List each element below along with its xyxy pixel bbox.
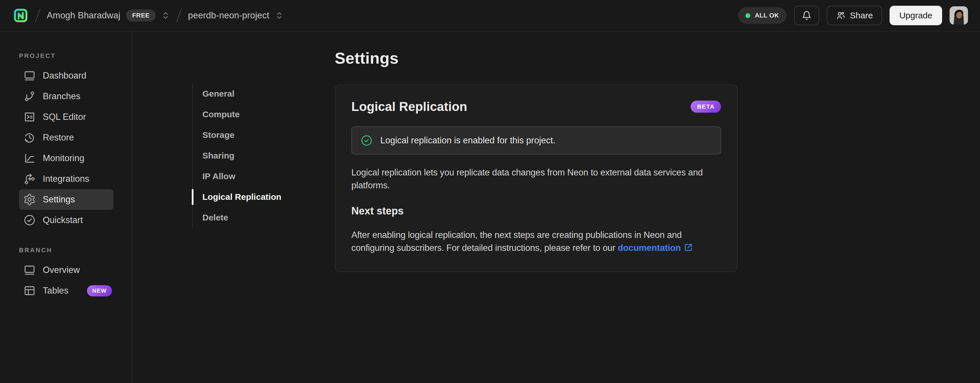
status-label: ALL OK: [755, 12, 779, 19]
status-badge[interactable]: ALL OK: [738, 7, 786, 24]
history-icon: [23, 131, 36, 144]
top-bar: Amogh Bharadwaj FREE peerdb-neon-project…: [0, 0, 980, 32]
sidebar-item-label: Settings: [43, 195, 75, 205]
subnav-item-general[interactable]: General: [193, 84, 301, 104]
notifications-button[interactable]: [794, 6, 819, 25]
git-branch-icon: [23, 90, 36, 103]
sidebar-item-label: Quickstart: [43, 215, 83, 225]
sidebar-item-monitoring[interactable]: Monitoring: [19, 148, 113, 169]
breadcrumb-divider: [176, 8, 182, 23]
sidebar-item-overview[interactable]: Overview: [19, 260, 113, 280]
route-icon: [23, 173, 36, 185]
table-icon: [23, 284, 36, 297]
status-dot-icon: [746, 13, 750, 18]
sidebar-item-label: Restore: [43, 133, 74, 143]
app-shell: PROJECT Dashboard Branches SQL Editor Re…: [0, 32, 980, 383]
check-circle-icon: [23, 214, 36, 226]
external-link-icon: [684, 243, 693, 252]
beta-badge: BETA: [690, 101, 721, 113]
main-content: General Compute Storage Sharing IP Allow…: [132, 32, 980, 383]
org-name: Amogh Bharadwaj: [47, 10, 120, 21]
breadcrumb-divider: [35, 8, 41, 23]
neon-logo-icon[interactable]: [13, 8, 29, 24]
project-switcher-button[interactable]: [275, 11, 283, 20]
share-label: Share: [850, 11, 873, 21]
subnav-item-compute[interactable]: Compute: [193, 104, 301, 125]
success-banner: Logical replication is enabled for this …: [352, 127, 721, 155]
plan-badge: FREE: [126, 9, 156, 22]
sidebar-section-project: PROJECT: [19, 52, 132, 60]
sidebar-item-settings[interactable]: Settings: [19, 189, 113, 210]
documentation-link[interactable]: documentation: [618, 243, 681, 253]
banner-text: Logical replication is enabled for this …: [380, 135, 555, 146]
breadcrumb-project: peerdb-neon-project: [188, 10, 283, 21]
chart-icon: [23, 152, 36, 165]
page-title: Settings: [335, 49, 738, 67]
description-text: Logical replication lets you replicate d…: [352, 166, 719, 192]
sidebar-section-branch: BRANCH: [19, 247, 132, 254]
sidebar-item-restore[interactable]: Restore: [19, 127, 113, 148]
new-badge: NEW: [87, 285, 112, 296]
sidebar-item-label: Monitoring: [43, 153, 84, 163]
sidebar: PROJECT Dashboard Branches SQL Editor Re…: [0, 32, 132, 383]
settings-panel: Settings Logical Replication BETA Logica…: [335, 49, 738, 272]
next-steps-text: After enabling logical replication, the …: [352, 228, 719, 254]
sidebar-item-integrations[interactable]: Integrations: [19, 169, 113, 189]
subnav-item-delete[interactable]: Delete: [193, 207, 301, 228]
logical-replication-card: Logical Replication BETA Logical replica…: [335, 85, 738, 272]
terminal-icon: [23, 111, 36, 123]
dashboard-icon: [23, 70, 36, 82]
sidebar-item-label: Tables: [43, 285, 68, 296]
org-switcher-button[interactable]: [161, 11, 170, 20]
breadcrumb-org: Amogh Bharadwaj FREE: [47, 9, 170, 22]
avatar[interactable]: [950, 6, 968, 25]
bell-icon: [802, 11, 811, 21]
upgrade-button[interactable]: Upgrade: [889, 6, 942, 25]
settings-subnav: General Compute Storage Sharing IP Allow…: [192, 84, 301, 228]
check-circle-icon: [361, 135, 372, 147]
sidebar-item-label: Integrations: [43, 174, 89, 184]
next-steps-title: Next steps: [352, 205, 721, 217]
project-name: peerdb-neon-project: [188, 10, 269, 21]
sidebar-item-tables[interactable]: Tables NEW: [19, 280, 113, 301]
subnav-item-storage[interactable]: Storage: [193, 125, 301, 146]
subnav-item-sharing[interactable]: Sharing: [193, 146, 301, 166]
sidebar-item-label: Dashboard: [43, 71, 86, 81]
sidebar-item-label: Branches: [43, 91, 80, 101]
sidebar-item-dashboard[interactable]: Dashboard: [19, 65, 113, 86]
sidebar-item-label: SQL Editor: [43, 112, 86, 122]
sidebar-item-label: Overview: [43, 265, 80, 275]
window-icon: [23, 264, 36, 276]
sidebar-item-quickstart[interactable]: Quickstart: [19, 210, 113, 231]
subnav-item-logical-replication[interactable]: Logical Replication: [193, 187, 301, 207]
card-title: Logical Replication: [352, 100, 467, 114]
gear-icon: [23, 193, 36, 206]
card-header: Logical Replication BETA: [352, 100, 721, 114]
share-button[interactable]: Share: [827, 6, 882, 25]
topbar-actions: ALL OK Share Upgrade: [738, 6, 968, 25]
sidebar-item-branches[interactable]: Branches: [19, 86, 113, 107]
users-icon: [836, 11, 846, 21]
subnav-item-ip-allow[interactable]: IP Allow: [193, 166, 301, 187]
sidebar-item-sql-editor[interactable]: SQL Editor: [19, 107, 113, 127]
